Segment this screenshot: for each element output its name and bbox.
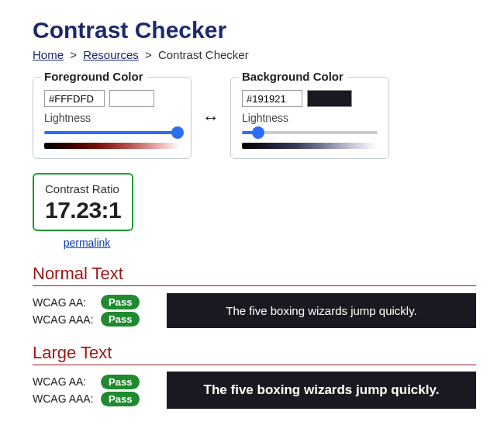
breadcrumb-resources[interactable]: Resources bbox=[83, 48, 139, 61]
breadcrumb-current: Contrast Checker bbox=[158, 48, 249, 61]
breadcrumb-sep: > bbox=[70, 48, 77, 61]
swap-icon[interactable]: ↔ bbox=[202, 108, 219, 128]
breadcrumb-sep: > bbox=[145, 48, 152, 61]
contrast-ratio-box: Contrast Ratio 17.23:1 bbox=[33, 173, 133, 231]
wcag-aaa-label: WCAG AAA: bbox=[33, 313, 95, 326]
normal-text-section: Normal Text WCAG AA: Pass WCAG AAA: Pass… bbox=[33, 264, 476, 329]
normal-text-heading: Normal Text bbox=[33, 264, 476, 286]
background-lightness-slider[interactable] bbox=[242, 127, 378, 138]
page-title: Contrast Checker bbox=[33, 17, 476, 43]
background-swatch[interactable] bbox=[307, 90, 352, 107]
background-lightness-label: Lightness bbox=[242, 112, 378, 124]
large-text-sample: The five boxing wizards jump quickly. bbox=[167, 372, 476, 409]
foreground-hue-slider[interactable] bbox=[44, 143, 180, 149]
wcag-aaa-label: WCAG AAA: bbox=[33, 392, 95, 405]
background-picker: Background Color Lightness bbox=[230, 77, 389, 159]
foreground-picker: Foreground Color Lightness bbox=[33, 77, 192, 159]
background-hex-input[interactable] bbox=[242, 90, 302, 107]
foreground-hex-input[interactable] bbox=[44, 90, 105, 107]
large-text-heading: Large Text bbox=[33, 343, 476, 365]
wcag-aa-label: WCAG AA: bbox=[33, 375, 95, 388]
large-text-section: Large Text WCAG AA: Pass WCAG AAA: Pass … bbox=[33, 343, 476, 409]
wcag-aa-badge: Pass bbox=[101, 295, 140, 309]
contrast-ratio-value: 17.23:1 bbox=[45, 197, 121, 223]
wcag-aa-badge: Pass bbox=[101, 375, 140, 389]
background-hue-slider[interactable] bbox=[242, 143, 378, 149]
contrast-ratio-title: Contrast Ratio bbox=[45, 182, 121, 195]
foreground-swatch[interactable] bbox=[109, 90, 154, 107]
wcag-aa-label: WCAG AA: bbox=[33, 296, 95, 309]
foreground-lightness-slider[interactable] bbox=[44, 127, 180, 138]
permalink-link[interactable]: permalink bbox=[64, 237, 111, 249]
foreground-lightness-label: Lightness bbox=[44, 112, 180, 124]
normal-text-sample: The five boxing wizards jump quickly. bbox=[167, 293, 476, 328]
wcag-aaa-badge: Pass bbox=[101, 312, 140, 327]
breadcrumb-home[interactable]: Home bbox=[33, 48, 64, 61]
wcag-aaa-badge: Pass bbox=[101, 392, 140, 406]
breadcrumb: Home > Resources > Contrast Checker bbox=[33, 48, 476, 61]
foreground-legend: Foreground Color bbox=[41, 70, 147, 83]
background-legend: Background Color bbox=[239, 70, 347, 83]
